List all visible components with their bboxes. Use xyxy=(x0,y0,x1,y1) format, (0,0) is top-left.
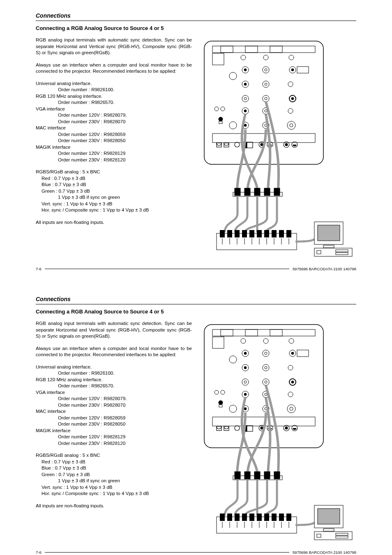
iface-magik-order2: Order number 230V : R9828120 xyxy=(36,440,192,447)
iface-vga-order2: Order number 230V : R9828070 xyxy=(36,402,192,409)
document-id: 5975696 BARCODATA 2100 140798 xyxy=(289,550,356,555)
sig-green-sync: 1 Vpp ± 3 dB if sync on green xyxy=(36,194,192,201)
sig-green: Green : 0.7 Vpp ± 3 dB xyxy=(36,188,192,195)
sig-blue: Blue : 0.7 Vpp ± 3 dB xyxy=(36,465,192,472)
sig-green-sync: 1 Vpp ± 3 dB if sync on green xyxy=(36,478,192,484)
iface-rgb120: RGB 120 MHz analog interface. xyxy=(36,93,192,100)
iface-vga-order1: Order number 120V : R9828079. xyxy=(36,396,192,402)
iface-mac: MAC interface xyxy=(36,125,192,131)
iface-mac-order2: Order number 230V : R9828050 xyxy=(36,421,192,428)
signal-spec-block: RGBS/RGsB analog : 5 x BNC Red : 0.7 Vpp… xyxy=(36,452,192,497)
iface-vga: VGA interface xyxy=(36,106,192,113)
iface-magik: MAGIK interface xyxy=(36,144,192,151)
interface-list: Universal analog interface. Order number… xyxy=(36,81,192,164)
sig-header: RGBS/RGsB analog : 5 x BNC xyxy=(36,452,192,459)
footer-rule-icon xyxy=(45,269,289,269)
iface-magik-order1: Order number 120V : R9828129 xyxy=(36,434,192,440)
iface-magik: MAGIK interface xyxy=(36,428,192,434)
iface-mac-order1: Order number 120V : R9828059 xyxy=(36,131,192,138)
iface-magik-order1: Order number 120V : R9828129 xyxy=(36,150,192,157)
interface-list: Universal analog interface. Order number… xyxy=(36,364,192,447)
diagram-column xyxy=(200,320,356,543)
page-footer: 7-6 5975696 BARCODATA 2100 140798 xyxy=(36,267,356,271)
sig-red: Red : 0.7 Vpp ± 3 dB xyxy=(36,175,192,182)
sig-hsync: Hor. sync / Composite sync : 1 Vpp to 4 … xyxy=(36,491,192,497)
intro-para-2: Always use an interface when a computer … xyxy=(36,345,192,358)
sig-vsync: Vert. sync : 1 Vpp to 4 Vpp ± 3 dB xyxy=(36,484,192,491)
iface-universal: Universal analog interface. xyxy=(36,81,192,87)
page-title: Connecting a RGB Analog Source to Source… xyxy=(36,25,356,31)
text-column: RGB analog input terminals with automati… xyxy=(36,37,192,260)
connection-diagram-icon xyxy=(200,320,356,542)
iface-magik-order2: Order number 230V : R9828120 xyxy=(36,157,192,164)
sig-header: RGBS/RGsB analog : 5 x BNC xyxy=(36,169,192,175)
diagram-column xyxy=(200,37,356,260)
iface-rgb120: RGB 120 MHz analog interface. xyxy=(36,377,192,383)
sig-green: Green : 0.7 Vpp ± 3 dB xyxy=(36,472,192,478)
iface-rgb120-order: Order number : R9826570. xyxy=(36,383,192,389)
inputs-note: All inputs are non-floating inputs. xyxy=(36,219,192,226)
page-2: Connections Connecting a RGB Analog Sour… xyxy=(36,296,356,555)
iface-vga-order1: Order number 120V : R9828079. xyxy=(36,112,192,119)
footer-rule-icon xyxy=(45,552,289,553)
page-number: 7-6 xyxy=(36,550,45,555)
iface-universal: Universal analog interface. xyxy=(36,364,192,371)
signal-spec-block: RGBS/RGsB analog : 5 x BNC Red : 0.7 Vpp… xyxy=(36,169,192,214)
text-column: RGB analog input terminals with automati… xyxy=(36,320,192,543)
sig-vsync: Vert. sync : 1 Vpp to 4 Vpp ± 3 dB xyxy=(36,201,192,207)
sig-hsync: Hor. sync / Composite sync : 1 Vpp to 4 … xyxy=(36,207,192,214)
sig-red: Red : 0.7 Vpp ± 3 dB xyxy=(36,459,192,465)
iface-mac-order2: Order number 230V : R9828050 xyxy=(36,138,192,144)
sig-blue: Blue : 0.7 Vpp ± 3 dB xyxy=(36,182,192,188)
iface-universal-order: Order number : R9826100. xyxy=(36,87,192,93)
section-header: Connections xyxy=(36,296,356,304)
connection-diagram-icon xyxy=(200,37,356,259)
page-number: 7-6 xyxy=(36,267,45,271)
document-id: 5975696 BARCODATA 2100 140798 xyxy=(289,267,356,271)
iface-mac-order1: Order number 120V : R9828059 xyxy=(36,415,192,421)
page-footer: 7-6 5975696 BARCODATA 2100 140798 xyxy=(36,550,356,555)
iface-vga: VGA interface xyxy=(36,389,192,396)
iface-rgb120-order: Order number : R9826570. xyxy=(36,99,192,106)
iface-mac: MAC interface xyxy=(36,408,192,415)
page-title: Connecting a RGB Analog Source to Source… xyxy=(36,309,356,315)
iface-vga-order2: Order number 230V : R9828070 xyxy=(36,119,192,125)
section-header: Connections xyxy=(36,12,356,21)
inputs-note: All inputs are non-floating inputs. xyxy=(36,503,192,509)
iface-universal-order: Order number : R9826100. xyxy=(36,370,192,377)
intro-para-1: RGB analog input terminals with automati… xyxy=(36,37,192,56)
intro-para-1: RGB analog input terminals with automati… xyxy=(36,320,192,340)
content-row: RGB analog input terminals with automati… xyxy=(36,37,356,260)
page-1: Connections Connecting a RGB Analog Sour… xyxy=(36,12,356,271)
intro-para-2: Always use an interface when a computer … xyxy=(36,62,192,75)
content-row: RGB analog input terminals with automati… xyxy=(36,320,356,543)
